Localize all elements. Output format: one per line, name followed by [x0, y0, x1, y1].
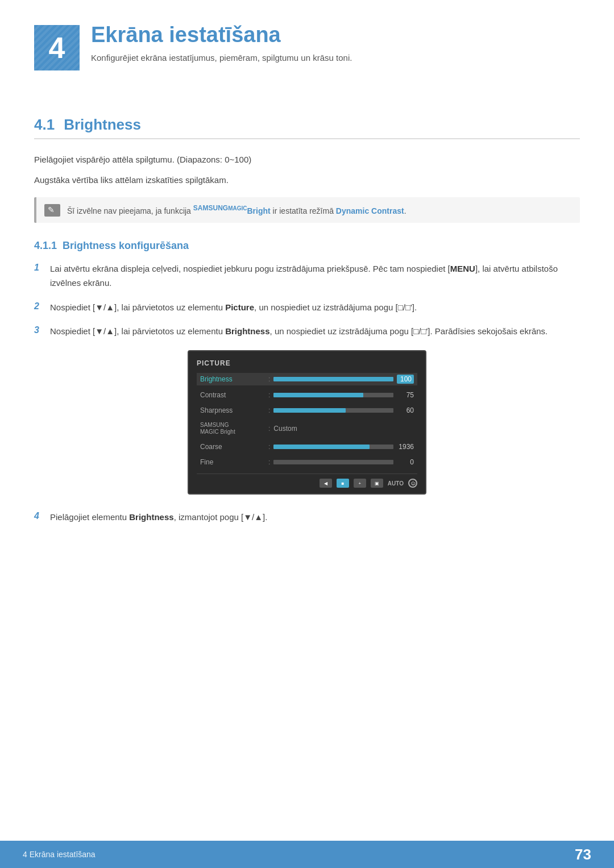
screen-label-magic-bright: SAMSUNGMAGIC Bright — [200, 422, 268, 435]
screen-value-fine: 0 — [397, 458, 414, 466]
steps-list-4: 4 Pielāgojiet elementu Brightness, izman… — [34, 510, 580, 525]
brand-samsung: SAMSUNG — [193, 204, 228, 212]
screen-bar-bg-sharpness — [273, 408, 393, 413]
screen-bar-fill-brightness — [273, 377, 393, 381]
chapter-title-block: Ekrāna iestatīšana Konfigurējiet ekrāna … — [91, 23, 580, 63]
screen-bar-bg-coarse — [273, 445, 393, 449]
screen-bar-fill-contrast — [273, 393, 363, 397]
step-2-text: Nospiediet [▼/▲], lai pārvietotos uz ele… — [50, 301, 580, 315]
footer-chapter-label: 4 Ekrāna iestatīšana — [23, 850, 96, 859]
screen-sep-coarse: : — [268, 443, 270, 451]
main-content: 4.1 Brightness Pielāgojiet vispārējo att… — [0, 82, 614, 569]
screen-image-container: PICTURE Brightness : 100 Contrast : — [34, 350, 580, 495]
subsection-411-heading: 4.1.1 Brightness konfigurēšana — [34, 240, 580, 252]
ctrl-power-btn: ⏻ — [408, 479, 417, 488]
step-3: 3 Nospiediet [▼/▲], lai pārvietotos uz e… — [34, 325, 580, 339]
subsection-411-title: Brightness konfigurēšana — [63, 240, 189, 251]
step-1-text: Lai atvērtu ekrāna displeja ceļvedi, nos… — [50, 262, 580, 290]
page-footer: 4 Ekrāna iestatīšana 73 — [0, 841, 614, 868]
step-1: 1 Lai atvērtu ekrāna displeja ceļvedi, n… — [34, 262, 580, 290]
screen-label-sharpness: Sharpness — [200, 406, 268, 414]
note-text: Šī izvēlne nav pieejama, ja funkcija SAM… — [67, 203, 406, 217]
ctrl-btn-2: ■ — [337, 479, 349, 488]
screen-value-contrast: 75 — [397, 391, 414, 399]
screen-sep-brightness: : — [268, 375, 270, 383]
screen-label-fine: Fine — [200, 458, 268, 466]
screen-bar-fine: 0 — [273, 458, 414, 466]
screen-value-brightness: 100 — [397, 375, 414, 384]
screen-row-coarse: Coarse : 1936 — [197, 441, 417, 452]
chapter-title: Ekrāna iestatīšana — [91, 23, 580, 47]
note-icon — [44, 204, 60, 217]
steps-list: 1 Lai atvērtu ekrāna displeja ceļvedi, n… — [34, 262, 580, 339]
step-4-number: 4 — [34, 511, 50, 521]
brand-magic: MAGIC — [228, 205, 247, 211]
section-41-heading: 4.1 Brightness — [34, 116, 580, 139]
screen-bar-sharpness: 60 — [273, 406, 414, 414]
screen-row-sharpness: Sharpness : 60 — [197, 405, 417, 416]
step-3-number: 3 — [34, 325, 50, 335]
screen-label-coarse: Coarse — [200, 443, 268, 451]
screen-image: PICTURE Brightness : 100 Contrast : — [188, 350, 426, 495]
ctrl-btn-3: + — [354, 479, 366, 488]
step-2: 2 Nospiediet [▼/▲], lai pārvietotos uz e… — [34, 301, 580, 315]
screen-controls: ◀ ■ + ▣ AUTO ⏻ — [197, 474, 417, 488]
screen-label-brightness: Brightness — [200, 375, 268, 383]
section-41-body2: Augstāka vērtība liks attēlam izskatītie… — [34, 173, 580, 187]
screen-row-contrast: Contrast : 75 — [197, 389, 417, 401]
brand-bright: Bright — [247, 206, 270, 215]
chapter-number: 4 — [49, 31, 65, 65]
screen-bar-bg-fine — [273, 460, 393, 464]
page-header: 4 Ekrāna iestatīšana Konfigurējiet ekrān… — [0, 0, 614, 82]
screen-bar-fill-coarse — [273, 445, 370, 449]
section-41-body1: Pielāgojiet vispārējo attēla spilgtumu. … — [34, 153, 580, 167]
screen-sep-contrast: : — [268, 391, 270, 399]
step-1-number: 1 — [34, 263, 50, 273]
screen-picture-header: PICTURE — [197, 359, 417, 367]
note-box: Šī izvēlne nav pieejama, ja funkcija SAM… — [34, 197, 580, 223]
screen-row-brightness: Brightness : 100 — [197, 373, 417, 385]
screen-row-fine: Fine : 0 — [197, 456, 417, 468]
ctrl-auto-label: AUTO — [388, 480, 404, 487]
ctrl-btn-1: ◀ — [320, 479, 332, 488]
screen-sep-fine: : — [268, 458, 270, 466]
section-41-number: 4.1 — [34, 116, 55, 134]
screen-sep-magic: : — [268, 425, 270, 433]
screen-value-coarse: 1936 — [397, 443, 414, 451]
footer-page-number: 73 — [575, 846, 591, 863]
chapter-number-block: 4 — [34, 25, 80, 70]
screen-sep-sharpness: : — [268, 406, 270, 414]
ctrl-btn-4: ▣ — [371, 479, 383, 488]
screen-row-magic-bright: SAMSUNGMAGIC Bright : Custom — [197, 420, 417, 437]
step-4: 4 Pielāgojiet elementu Brightness, izman… — [34, 510, 580, 525]
screen-bar-coarse: 1936 — [273, 443, 414, 451]
subsection-411-number: 4.1.1 — [34, 240, 63, 251]
screen-bar-brightness: 100 — [273, 375, 414, 384]
screen-value-sharpness: 60 — [397, 406, 414, 414]
screen-label-contrast: Contrast — [200, 391, 268, 399]
screen-bar-contrast: 75 — [273, 391, 414, 399]
screen-bar-bg-brightness — [273, 377, 393, 381]
step-2-number: 2 — [34, 301, 50, 312]
section-41-title: Brightness — [64, 116, 141, 134]
screen-value-magic: Custom — [273, 425, 297, 433]
screen-bar-bg-contrast — [273, 393, 393, 397]
dynamic-contrast: Dynamic Contrast — [336, 206, 404, 215]
step-3-text: Nospiediet [▼/▲], lai pārvietotos uz ele… — [50, 325, 580, 339]
step-4-text: Pielāgojiet elementu Brightness, izmanto… — [50, 510, 580, 525]
screen-bar-fill-sharpness — [273, 408, 345, 413]
chapter-subtitle: Konfigurējiet ekrāna iestatījumus, piemē… — [91, 53, 580, 63]
